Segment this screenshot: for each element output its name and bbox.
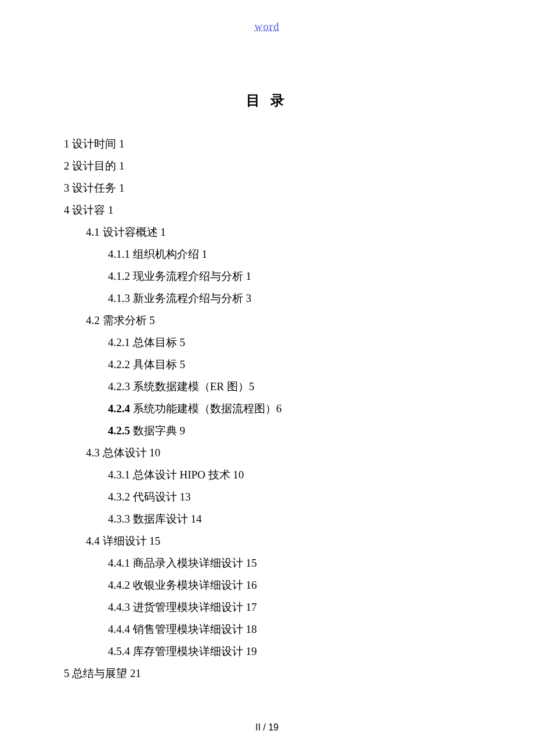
toc-entry-number: 4.2.4 <box>108 402 130 415</box>
table-of-contents: 1 设计时间 12 设计目的 13 设计任务 14 设计容 14.1 设计容概述… <box>64 133 470 685</box>
toc-entry: 4.1.2 现业务流程介绍与分析 1 <box>108 265 470 287</box>
toc-entry: 3 设计任务 1 <box>64 177 470 199</box>
toc-entry-text: 销售管理模块详细设计 18 <box>130 623 257 635</box>
toc-entry-number: 4.2.3 <box>108 380 130 393</box>
toc-entry-number: 4.4 <box>86 535 100 547</box>
toc-entry-number: 2 <box>64 160 70 172</box>
toc-entry-text: 总体设计 HIPO 技术 10 <box>130 469 244 481</box>
toc-entry-text: 详细设计 15 <box>100 535 161 547</box>
toc-entry-text: 系统数据建模（ER 图）5 <box>130 380 254 393</box>
toc-entry: 4.2.1 总体目标 5 <box>108 332 470 354</box>
toc-entry: 4.5.4 库存管理模块详细设计 19 <box>108 640 470 663</box>
toc-entry: 4.2.3 系统数据建模（ER 图）5 <box>108 376 470 398</box>
toc-entry-number: 4.3 <box>86 447 100 459</box>
toc-entry-text: 新业务流程介绍与分析 3 <box>130 292 251 304</box>
toc-entry: 4.2.2 具体目标 5 <box>108 354 470 376</box>
toc-entry: 4.4.1 商品录入模块详细设计 15 <box>108 552 470 574</box>
toc-entry-number: 4.4.3 <box>108 601 130 613</box>
toc-entry-text: 需求分析 5 <box>100 314 155 326</box>
toc-entry-text: 设计时间 1 <box>70 138 125 150</box>
toc-entry-number: 5 <box>64 667 70 679</box>
toc-entry-text: 数据字典 9 <box>130 424 185 437</box>
toc-entry-text: 总结与展望 21 <box>70 667 142 679</box>
toc-entry-number: 4 <box>64 204 70 216</box>
toc-entry-number: 4.1 <box>86 226 100 238</box>
page-number: II / 19 <box>0 722 534 733</box>
toc-entry: 4.1.3 新业务流程介绍与分析 3 <box>108 287 470 309</box>
header-link-text: word <box>254 20 279 33</box>
toc-entry-number: 4.3.1 <box>108 469 130 481</box>
toc-entry-number: 4.4.4 <box>108 623 130 635</box>
toc-entry-number: 4.2 <box>86 314 100 326</box>
toc-entry: 4.4 详细设计 15 <box>86 530 470 552</box>
toc-entry-number: 4.4.2 <box>108 579 130 591</box>
toc-entry-number: 4.3.2 <box>108 491 130 503</box>
toc-entry-number: 4.1.3 <box>108 292 130 304</box>
toc-entry-number: 4.3.3 <box>108 513 130 525</box>
toc-entry-text: 收银业务模块详细设计 16 <box>130 579 257 591</box>
toc-entry-number: 4.1.2 <box>108 270 130 282</box>
toc-entry-number: 4.1.1 <box>108 248 130 260</box>
toc-entry: 4.1.1 组织机构介绍 1 <box>108 243 470 265</box>
toc-entry: 4 设计容 1 <box>64 199 470 221</box>
toc-entry: 2 设计目的 1 <box>64 155 470 177</box>
toc-entry-text: 进货管理模块详细设计 17 <box>130 601 257 613</box>
toc-entry-number: 4.5.4 <box>108 645 130 657</box>
toc-entry-text: 组织机构介绍 1 <box>130 248 207 260</box>
toc-entry-number: 4.2.1 <box>108 336 130 348</box>
toc-entry: 4.3.1 总体设计 HIPO 技术 10 <box>108 464 470 486</box>
toc-title: 目 录 <box>64 91 470 110</box>
toc-entry-text: 设计容 1 <box>70 204 114 216</box>
toc-entry-text: 商品录入模块详细设计 15 <box>130 557 257 569</box>
toc-entry: 4.4.2 收银业务模块详细设计 16 <box>108 574 470 596</box>
toc-entry: 4.3.2 代码设计 13 <box>108 486 470 508</box>
toc-entry-text: 设计任务 1 <box>70 182 125 194</box>
toc-entry: 4.4.4 销售管理模块详细设计 18 <box>108 618 470 640</box>
toc-entry: 4.2.5 数据字典 9 <box>108 420 470 442</box>
toc-entry: 4.4.3 进货管理模块详细设计 17 <box>108 596 470 618</box>
toc-entry-text: 数据库设计 14 <box>130 513 202 525</box>
toc-entry-text: 设计目的 1 <box>70 160 125 172</box>
toc-entry-text: 库存管理模块详细设计 19 <box>130 645 257 657</box>
toc-entry-text: 系统功能建模（数据流程图）6 <box>130 402 282 415</box>
toc-entry: 1 设计时间 1 <box>64 133 470 155</box>
toc-entry-text: 总体目标 5 <box>130 336 185 348</box>
toc-entry-number: 4.2.2 <box>108 358 130 370</box>
toc-entry-text: 具体目标 5 <box>130 358 185 370</box>
toc-entry-text: 现业务流程介绍与分析 1 <box>130 270 251 282</box>
toc-entry: 4.2 需求分析 5 <box>86 309 470 332</box>
toc-entry: 4.2.4 系统功能建模（数据流程图）6 <box>108 398 470 420</box>
toc-entry-text: 设计容概述 1 <box>100 226 166 238</box>
toc-entry-number: 1 <box>64 138 70 150</box>
toc-entry: 4.3 总体设计 10 <box>86 442 470 464</box>
toc-entry-text: 代码设计 13 <box>130 491 191 503</box>
toc-entry-text: 总体设计 10 <box>100 447 161 459</box>
header-link[interactable]: word <box>64 20 470 33</box>
toc-entry: 4.1 设计容概述 1 <box>86 221 470 243</box>
toc-entry: 5 总结与展望 21 <box>64 663 470 685</box>
toc-entry-number: 4.4.1 <box>108 557 130 569</box>
toc-entry: 4.3.3 数据库设计 14 <box>108 508 470 530</box>
toc-entry-number: 3 <box>64 182 70 194</box>
toc-entry-number: 4.2.5 <box>108 424 130 437</box>
